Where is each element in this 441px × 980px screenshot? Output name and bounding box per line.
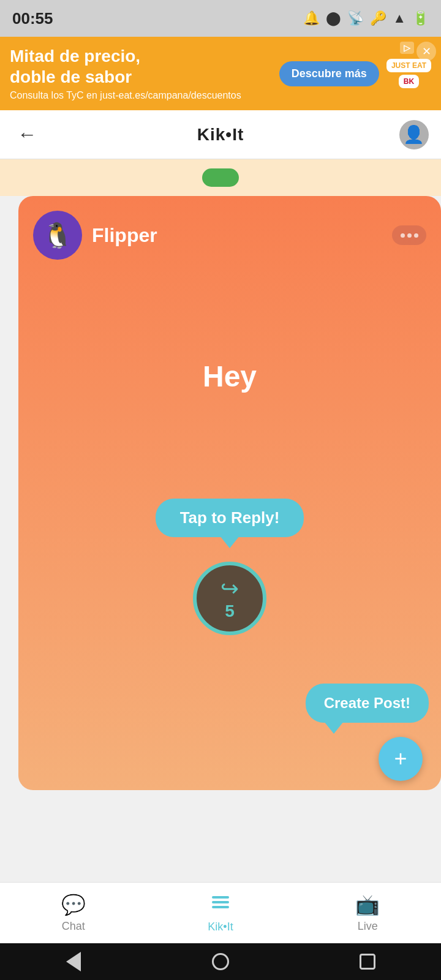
card-user-info: 🐧 Flipper — [33, 211, 157, 260]
main-card: 🐧 Flipper Hey Tap to Reply! ↩ 5 — [18, 196, 441, 790]
nav-item-kikit[interactable]: Kik•It — [208, 892, 233, 933]
svg-rect-2 — [212, 906, 229, 908]
chat-nav-icon: 💬 — [61, 893, 86, 916]
app-title: Kik•It — [197, 125, 244, 145]
ad-title: Mitad de precio,doble de sabor — [10, 46, 279, 87]
ad-banner: Mitad de precio,doble de sabor Consulta … — [0, 37, 441, 110]
system-nav — [0, 943, 441, 980]
fab-button[interactable]: + — [379, 737, 423, 781]
card-header: 🐧 Flipper — [18, 196, 441, 260]
ad-logos: JUST EAT BK — [386, 59, 431, 88]
ad-badge: ▷ — [400, 42, 414, 54]
ad-text: Mitad de precio,doble de sabor Consulta … — [10, 46, 279, 100]
reply-count: 5 — [225, 601, 235, 621]
live-nav-icon: 📺 — [355, 893, 380, 916]
circle-icon: ⬤ — [326, 10, 341, 26]
message-text: Hey — [203, 360, 257, 393]
svg-rect-0 — [212, 896, 229, 899]
user-avatar: 🐧 — [33, 211, 82, 260]
back-system-icon — [66, 952, 81, 971]
ad-subtitle: Consulta los TyC en just-eat.es/campana/… — [10, 90, 279, 101]
back-system-button[interactable] — [61, 949, 86, 974]
cast-icon: 📡 — [347, 10, 364, 26]
svg-rect-1 — [212, 901, 229, 903]
tap-reply-container: Tap to Reply! — [18, 499, 441, 537]
nav-item-chat[interactable]: 💬 Chat — [61, 893, 86, 933]
profile-icon: 👤 — [403, 124, 424, 145]
user-name: Flipper — [92, 224, 157, 247]
tap-reply-button[interactable]: Tap to Reply! — [156, 499, 304, 537]
app-header: ← Kik•It 👤 — [0, 110, 441, 159]
battery-icon: 🔋 — [412, 10, 429, 26]
key-icon: 🔑 — [370, 10, 386, 26]
back-button[interactable]: ← — [12, 120, 42, 149]
create-post-container: Create Post! — [306, 684, 429, 723]
dot-2 — [407, 233, 412, 238]
notification-icon: 🔔 — [303, 10, 320, 26]
status-bar: 00:55 🔔 ⬤ 📡 🔑 ▲ 🔋 — [0, 0, 441, 37]
ad-close-button[interactable]: ✕ — [417, 42, 436, 61]
reply-circle-container: ↩ 5 — [18, 562, 441, 635]
status-icons: 🔔 ⬤ 📡 🔑 ▲ 🔋 — [303, 10, 429, 26]
profile-avatar[interactable]: 👤 — [399, 120, 429, 149]
back-arrow-icon: ← — [17, 123, 37, 146]
bottom-nav: 💬 Chat Kik•It 📺 Live — [0, 882, 441, 943]
home-system-button[interactable] — [208, 949, 233, 974]
prev-message-button[interactable] — [202, 168, 239, 187]
burger-king-logo: BK — [399, 75, 419, 88]
prev-message-strip — [0, 159, 441, 196]
penguin-icon: 🐧 — [42, 221, 73, 250]
reply-circle-button[interactable]: ↩ 5 — [193, 562, 266, 635]
nav-item-live[interactable]: 📺 Live — [355, 893, 380, 933]
recents-system-icon — [360, 954, 375, 970]
live-nav-label: Live — [358, 920, 378, 933]
home-system-icon — [212, 953, 229, 970]
message-area: Hey — [18, 260, 441, 492]
more-options-button[interactable] — [392, 225, 426, 245]
dot-3 — [414, 233, 418, 238]
card-wrapper: 🐧 Flipper Hey Tap to Reply! ↩ 5 — [0, 196, 441, 799]
kikit-nav-label: Kik•It — [208, 921, 233, 933]
chat-nav-label: Chat — [62, 920, 85, 933]
kikit-nav-icon — [211, 892, 230, 917]
ad-discover-button[interactable]: Descubre más — [279, 61, 379, 86]
create-post-button[interactable]: Create Post! — [306, 684, 429, 723]
status-time: 00:55 — [12, 9, 53, 28]
dot-1 — [401, 233, 405, 238]
reply-arrow-icon: ↩ — [221, 576, 239, 601]
recents-system-button[interactable] — [355, 949, 380, 974]
wifi-icon: ▲ — [393, 10, 406, 26]
